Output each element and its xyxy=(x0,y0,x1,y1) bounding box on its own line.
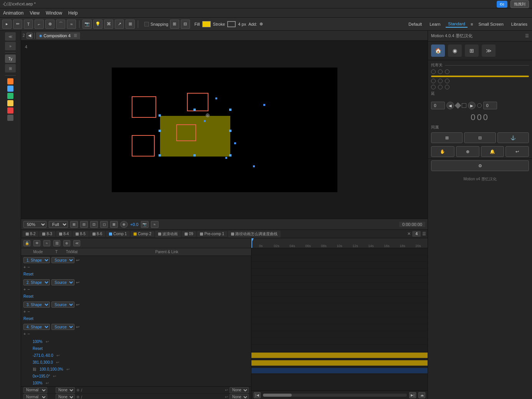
tool-path[interactable]: ⌘ xyxy=(104,20,113,29)
handle-br[interactable] xyxy=(229,154,231,157)
reset-1[interactable]: Reset xyxy=(23,272,33,276)
action-btn-4[interactable]: ✋ xyxy=(431,146,454,157)
workspace-default[interactable]: Default xyxy=(406,21,424,27)
quality-select[interactable]: Full Half xyxy=(49,221,68,228)
tool-light[interactable]: 💡 xyxy=(93,20,102,29)
opacity2-value[interactable]: 100% xyxy=(33,381,43,385)
kf-num-right[interactable] xyxy=(483,102,497,109)
plus-icon-2[interactable]: + xyxy=(23,287,26,292)
shape-3-dropdown[interactable]: 3. Shape xyxy=(23,302,50,308)
handle-ml[interactable] xyxy=(159,130,161,132)
source-1-dropdown[interactable]: Source xyxy=(51,257,74,263)
action-btn-6[interactable]: 🔔 xyxy=(481,146,504,157)
handle-tm[interactable] xyxy=(193,109,196,111)
tl-link-btn[interactable]: ⛓ xyxy=(53,240,60,246)
param-circle-4[interactable] xyxy=(431,79,436,83)
tl-tab-8-6[interactable]: 8-6 xyxy=(89,231,105,237)
tl-tab-8-2[interactable]: 8-2 xyxy=(23,231,38,237)
action-btn-3[interactable]: ⚓ xyxy=(497,132,529,143)
source-4-dropdown[interactable]: Source xyxy=(51,324,74,330)
scale-value[interactable]: 100.0,100.0% xyxy=(40,367,63,371)
tl-tab-comp2[interactable]: Comp 2 xyxy=(131,231,154,237)
color-orange[interactable] xyxy=(7,78,13,84)
action-btn-5[interactable]: ⊕ xyxy=(456,146,479,157)
kf-back-btn[interactable]: ◀ xyxy=(446,102,454,109)
panel-type-icon[interactable]: Ty xyxy=(5,54,16,63)
workspace-libraries[interactable]: Libraries xyxy=(509,21,530,27)
panel-menu-icon[interactable]: ☰ xyxy=(525,33,529,38)
menu-animation[interactable]: Animation xyxy=(3,10,23,16)
panel-nav-grid[interactable]: ⊞ xyxy=(465,45,479,57)
time-display[interactable]: 0:00:00:00 xyxy=(399,222,425,227)
tl-lock-btn[interactable]: 🔒 xyxy=(23,240,30,246)
parent-select-2[interactable]: None xyxy=(230,394,249,399)
minus-icon-2[interactable]: − xyxy=(27,287,30,292)
snapshot-btn[interactable]: ◻ xyxy=(100,221,108,228)
snap-btn-2[interactable]: ⊟ xyxy=(181,20,190,29)
workspace-small[interactable]: Small Screen xyxy=(476,21,506,27)
tl-mountain-btn[interactable]: ⛰ xyxy=(418,392,425,398)
minus-icon-4[interactable]: − xyxy=(27,331,30,336)
tl-scrollbar-thumb[interactable] xyxy=(263,394,292,397)
plus-icon-1[interactable]: + xyxy=(23,265,26,269)
tool-shape[interactable]: ⌒ xyxy=(56,20,65,29)
rotation-value[interactable]: 0x+195.0° xyxy=(33,374,50,378)
tl-tab-8-3[interactable]: 8-3 xyxy=(39,231,55,237)
tool-camera[interactable]: 📷 xyxy=(83,20,92,29)
kf-fwd-btn[interactable]: ▶ xyxy=(468,102,476,109)
kf-diamond[interactable] xyxy=(455,102,461,109)
color-red[interactable] xyxy=(7,107,13,114)
tl-tab-09[interactable]: 09 xyxy=(182,231,196,237)
position-value[interactable]: -271.0,-60.0 xyxy=(33,353,53,358)
action-btn-7[interactable]: ↩ xyxy=(506,146,529,157)
minus-icon-1[interactable]: − xyxy=(27,265,30,269)
param-circle-2[interactable] xyxy=(438,69,443,74)
panel-grid-icon[interactable]: ⊞ xyxy=(5,64,16,73)
kf-num-left[interactable] xyxy=(431,102,445,109)
close-icon[interactable]: ✕ xyxy=(407,231,411,236)
tl-tab-8-5[interactable]: 8-5 xyxy=(73,231,88,237)
tl-more-btn[interactable]: ⊕ xyxy=(63,240,70,246)
workspace-learn[interactable]: Learn xyxy=(427,21,443,27)
tl-tab-path[interactable]: 路径动画怎么调速度曲线 xyxy=(228,231,281,237)
menu-help[interactable]: Help xyxy=(68,10,78,16)
workspace-standard[interactable]: Standard xyxy=(446,21,468,28)
tab-scroll-left[interactable]: ◀ xyxy=(26,33,33,39)
opacity-value[interactable]: 100% xyxy=(33,340,43,344)
settings-btn[interactable]: ⚙ xyxy=(431,160,529,171)
tl-tab-precomp1[interactable]: Pre-comp 1 xyxy=(197,231,227,237)
tl-tab-8-4[interactable]: 8-4 xyxy=(56,231,72,237)
shape-4-dropdown[interactable]: 4. Shape xyxy=(23,324,50,330)
tool-pen[interactable]: ✏ xyxy=(13,20,22,29)
param-circle-7[interactable] xyxy=(431,85,436,89)
shape-2-dropdown[interactable]: 2. Shape xyxy=(23,279,50,285)
handle-tl[interactable] xyxy=(159,114,161,117)
fit-btn[interactable]: ⊞ xyxy=(70,221,78,228)
source-3-dropdown[interactable]: Source xyxy=(51,302,74,308)
alpha-btn[interactable]: ⊡ xyxy=(90,221,98,228)
tl-collapse-btn[interactable]: ≪ xyxy=(73,240,80,246)
workspace-menu-icon[interactable]: ≡ xyxy=(471,22,473,26)
color-gray[interactable] xyxy=(7,115,13,121)
reset-val[interactable]: Reset xyxy=(33,346,43,351)
mode-select-1[interactable]: Normal xyxy=(23,387,47,393)
panel-nav-home[interactable]: 🏠 xyxy=(431,45,445,57)
tl-playhead[interactable] xyxy=(251,238,252,248)
reset-3[interactable]: Reset xyxy=(23,317,33,321)
tl-end-btn[interactable]: ▶| xyxy=(409,392,416,398)
tl-tab-comp1[interactable]: Comp 1 xyxy=(106,231,130,237)
camera-btn[interactable]: 📷 xyxy=(141,221,149,228)
panel-collapse-btn[interactable]: ≪ xyxy=(5,32,16,41)
action-btn-2[interactable]: ⊟ xyxy=(464,132,496,143)
tool-brush[interactable]: ⌐ xyxy=(35,20,44,29)
comp-tab-menu[interactable]: ☰ xyxy=(74,33,77,38)
none-select-1[interactable]: None xyxy=(56,387,75,393)
motion-blur-btn[interactable]: ≈ xyxy=(151,221,159,228)
none-select-2[interactable]: None xyxy=(56,394,75,399)
action-btn-1[interactable]: ⊞ xyxy=(431,132,463,143)
tab-menu-icon[interactable]: ☰ xyxy=(422,231,426,236)
tool-mask[interactable]: ⊞ xyxy=(126,20,135,29)
source-2-dropdown[interactable]: Source xyxy=(51,279,74,285)
color-wheel-btn[interactable]: ⊕ xyxy=(120,221,128,228)
stroke-color-box[interactable] xyxy=(227,21,236,27)
